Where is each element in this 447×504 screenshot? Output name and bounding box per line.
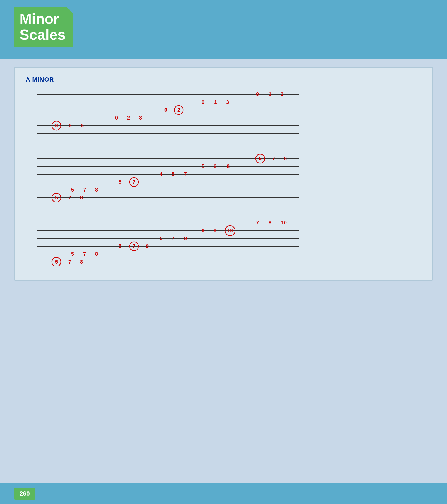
svg-text:2: 2 (127, 115, 130, 121)
svg-text:7: 7 (172, 236, 175, 241)
svg-text:8: 8 (80, 195, 83, 200)
svg-text:9: 9 (146, 243, 149, 249)
page-title: Minor Scales (20, 11, 67, 43)
svg-text:8: 8 (269, 220, 271, 226)
svg-text:3: 3 (226, 99, 229, 105)
svg-text:7: 7 (272, 156, 275, 161)
svg-text:0: 0 (202, 99, 204, 105)
svg-text:5: 5 (202, 164, 204, 169)
svg-text:4: 4 (160, 171, 162, 177)
svg-text:3: 3 (281, 92, 283, 97)
svg-text:5: 5 (55, 259, 58, 265)
tab-diagram-2: E B G D A E 5 7 8 5 6 8 4 5 7 5 7 5 7 (26, 153, 421, 202)
tab-diagram-3: E B G D A E 7 8 10 6 8 10 5 7 9 5 7 9 (26, 217, 421, 266)
svg-text:5: 5 (55, 195, 58, 200)
svg-text:0: 0 (256, 92, 259, 97)
svg-text:5: 5 (119, 243, 121, 249)
svg-text:3: 3 (81, 123, 84, 128)
svg-text:8: 8 (80, 259, 83, 265)
svg-text:7: 7 (133, 243, 135, 249)
title-box: Minor Scales (14, 7, 73, 47)
svg-text:10: 10 (281, 220, 287, 226)
svg-text:8: 8 (227, 164, 230, 169)
svg-text:10: 10 (227, 228, 233, 233)
svg-text:6: 6 (202, 228, 204, 233)
svg-text:8: 8 (214, 228, 216, 233)
svg-text:9: 9 (184, 236, 187, 241)
page-number: 260 (14, 488, 35, 500)
page-header: Minor Scales (0, 0, 447, 59)
svg-text:1: 1 (214, 99, 217, 105)
svg-text:7: 7 (256, 220, 259, 226)
svg-text:8: 8 (95, 251, 98, 257)
svg-text:7: 7 (83, 251, 86, 257)
page-footer: 260 (0, 483, 447, 504)
svg-text:7: 7 (68, 195, 71, 200)
svg-text:8: 8 (95, 187, 98, 193)
svg-text:2: 2 (177, 107, 180, 113)
section-title: A MINOR (26, 76, 421, 83)
svg-text:0: 0 (164, 107, 167, 113)
content-area: A MINOR E B G D A E 0 1 3 0 1 3 (14, 67, 433, 281)
svg-text:1: 1 (269, 92, 271, 97)
svg-text:2: 2 (69, 123, 72, 128)
svg-text:8: 8 (284, 156, 287, 161)
svg-text:7: 7 (133, 179, 135, 185)
svg-text:5: 5 (259, 156, 262, 161)
tab-diagram-1: E B G D A E 0 1 3 0 1 3 0 2 0 2 3 0 2 (26, 89, 421, 138)
svg-text:7: 7 (184, 171, 187, 177)
svg-text:5: 5 (71, 187, 74, 193)
svg-text:6: 6 (214, 164, 216, 169)
svg-text:5: 5 (172, 171, 175, 177)
svg-text:7: 7 (68, 259, 71, 265)
svg-text:7: 7 (83, 187, 86, 193)
svg-text:0: 0 (55, 123, 58, 128)
svg-text:5: 5 (160, 236, 162, 241)
svg-text:5: 5 (119, 179, 121, 185)
svg-text:3: 3 (139, 115, 142, 121)
svg-text:5: 5 (71, 251, 74, 257)
svg-text:0: 0 (115, 115, 118, 121)
